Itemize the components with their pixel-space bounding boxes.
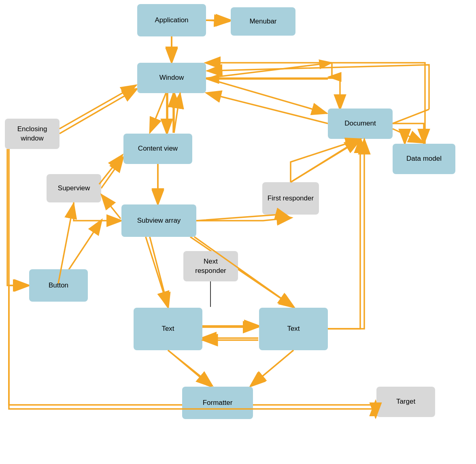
document-node: Document bbox=[328, 109, 393, 139]
diagram-container: Application Menubar Window Enclosing win… bbox=[0, 0, 476, 464]
button-node: Button bbox=[29, 269, 88, 302]
formatter-node: Formatter bbox=[182, 387, 253, 419]
first-responder-node: First responder bbox=[262, 182, 319, 215]
enclosing-window-node: Enclosing window bbox=[5, 119, 60, 149]
application-node: Application bbox=[137, 4, 206, 36]
target-node: Target bbox=[376, 387, 435, 417]
window-node: Window bbox=[137, 63, 206, 93]
data-model-node: Data model bbox=[393, 144, 455, 174]
menubar-node: Menubar bbox=[231, 7, 295, 36]
next-responder-node: Next responder bbox=[183, 251, 238, 281]
text1-node: Text bbox=[134, 308, 202, 350]
superview-node: Superview bbox=[47, 174, 101, 202]
subview-array-node: Subview array bbox=[121, 204, 196, 237]
content-view-node: Content view bbox=[123, 134, 192, 164]
text2-node: Text bbox=[259, 308, 328, 350]
